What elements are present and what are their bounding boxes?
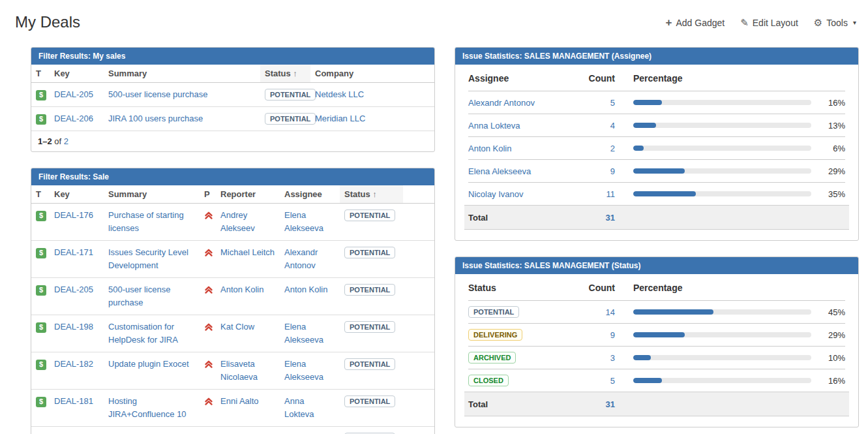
- column-header-summary[interactable]: Summary: [104, 185, 200, 204]
- reporter-cell: Abdulali: [216, 427, 280, 434]
- stats-row-count[interactable]: 9: [579, 166, 615, 176]
- issue-key-link[interactable]: DEAL-182: [54, 359, 93, 369]
- stats-percentage-area: 29%: [633, 166, 845, 176]
- deal-type-icon: $: [36, 90, 46, 101]
- stats-row-count[interactable]: 5: [579, 376, 615, 386]
- status-cell: POTENTIAL: [340, 427, 403, 434]
- reporter-link[interactable]: Andrey Alekseev: [220, 210, 255, 233]
- stats-label-link[interactable]: Anna Lokteva: [468, 121, 520, 131]
- type-cell: $: [31, 107, 50, 131]
- stats-label-link[interactable]: Alexandr Antonov: [468, 98, 535, 108]
- chevron-down-icon: ▾: [853, 19, 856, 26]
- stats-label-link[interactable]: Nicolay Ivanov: [468, 189, 524, 199]
- issue-key-link[interactable]: DEAL-205: [54, 285, 93, 294]
- issue-summary-link[interactable]: 500-user license purchase: [108, 285, 170, 307]
- gadget-filter-my-sales: Filter Results: My sales T Key Summary S…: [31, 47, 435, 152]
- assignee-link[interactable]: Anton Kolin: [284, 285, 328, 294]
- stats-row-count[interactable]: 3: [579, 353, 615, 363]
- stats-row-count[interactable]: 11: [579, 189, 615, 199]
- stats-row-label: DELIVERING: [468, 329, 579, 341]
- edit-layout-button[interactable]: ✎ Edit Layout: [740, 18, 798, 28]
- assignee-link[interactable]: Alexandr Antonov: [284, 247, 318, 270]
- issue-key-link[interactable]: DEAL-198: [54, 322, 93, 332]
- issue-summary-link[interactable]: Issues Security Level Development: [108, 247, 188, 270]
- tools-menu-button[interactable]: ⚙ Tools ▾: [814, 18, 856, 28]
- column-header-key[interactable]: Key: [50, 185, 104, 204]
- type-cell: $: [31, 427, 50, 434]
- assignee-link[interactable]: Elena Alekseeva: [284, 359, 323, 382]
- pagination: 1–2 of 2: [31, 131, 434, 151]
- stats-row-count[interactable]: 9: [579, 330, 615, 340]
- issue-summary-link[interactable]: Customisation for HelpDesk for JIRA: [108, 322, 178, 345]
- stats-row-count[interactable]: 4: [579, 121, 615, 131]
- assignee-link[interactable]: Elena Alekseeva: [284, 322, 323, 345]
- priority-cell: [200, 390, 216, 427]
- type-cell: $: [31, 352, 50, 390]
- gadget-title[interactable]: Issue Statistics: SALES MANAGEMENT (Stat…: [455, 257, 858, 274]
- reporter-link[interactable]: Elisaveta Nicolaeva: [220, 359, 258, 382]
- column-header-reporter[interactable]: Reporter: [216, 185, 280, 204]
- spacer-cell: [403, 278, 434, 315]
- issue-summary-link[interactable]: 500-user license purchase: [108, 89, 207, 99]
- total-label: Total: [468, 399, 579, 409]
- column-header-type[interactable]: T: [31, 65, 50, 83]
- assignee-cell: Elena Alekseeva: [280, 352, 340, 390]
- total-count: 31: [579, 213, 615, 223]
- company-link[interactable]: Meridian LLC: [315, 114, 365, 123]
- stats-percentage-area: 45%: [633, 307, 845, 317]
- reporter-link[interactable]: Anton Kolin: [220, 285, 264, 294]
- stats-label-link[interactable]: Elena Alekseeva: [468, 166, 531, 176]
- assignee-link[interactable]: Elena Alekseeva: [284, 210, 323, 233]
- stats-label-link[interactable]: Anton Kolin: [468, 144, 512, 153]
- percentage-bar-track: [633, 191, 811, 196]
- company-link[interactable]: Netdesk LLC: [315, 89, 364, 99]
- gadget-title[interactable]: Filter Results: My sales: [31, 48, 434, 65]
- column-header-type[interactable]: T: [31, 185, 50, 204]
- issue-key-link[interactable]: DEAL-181: [54, 396, 93, 406]
- column-header-status-sorted[interactable]: Status ↑: [260, 65, 310, 83]
- issue-summary-link[interactable]: JIRA 100 users purchase: [108, 114, 203, 123]
- pagination-total-link[interactable]: 2: [64, 136, 68, 146]
- summary-cell: Update plugin Exocet: [104, 352, 200, 390]
- issue-key-link[interactable]: DEAL-176: [54, 210, 93, 220]
- stats-row-count[interactable]: 14: [579, 307, 615, 317]
- status-cell: POTENTIAL: [340, 315, 403, 352]
- percentage-bar-fill: [633, 309, 713, 315]
- stats-column-label: Status: [468, 283, 579, 293]
- status-lozenge: POTENTIAL: [344, 395, 395, 407]
- column-header-company[interactable]: Company: [310, 65, 434, 83]
- reporter-link[interactable]: Enni Aalto: [220, 396, 259, 406]
- issue-key-link[interactable]: DEAL-206: [54, 114, 93, 123]
- issue-summary-link[interactable]: Update plugin Exocet: [108, 359, 189, 369]
- gadget-title[interactable]: Issue Statistics: SALES MANAGEMENT (Assi…: [455, 48, 858, 65]
- percentage-bar-track: [633, 168, 811, 174]
- reporter-link[interactable]: Michael Leitch: [220, 247, 275, 257]
- tools-label: Tools: [826, 18, 848, 28]
- status-cell: POTENTIAL: [340, 352, 403, 390]
- pagination-of-label: of: [54, 136, 61, 146]
- reporter-cell: Kat Clow: [216, 315, 280, 352]
- issue-summary-link[interactable]: Purchase of starting licenses: [108, 210, 184, 233]
- assignee-cell: Elena Alekseeva: [280, 204, 340, 241]
- column-header-priority[interactable]: P: [200, 185, 216, 204]
- issue-summary-link[interactable]: Hosting JIRA+Confluence 10: [108, 396, 187, 419]
- issue-key-link[interactable]: DEAL-171: [54, 247, 93, 257]
- stats-column-percentage: Percentage: [633, 73, 845, 84]
- add-gadget-button[interactable]: + Add Gadget: [666, 17, 725, 28]
- column-header-summary[interactable]: Summary: [104, 65, 260, 83]
- assignee-link[interactable]: Anna Lokteva: [284, 396, 314, 419]
- reporter-link[interactable]: Kat Clow: [220, 322, 254, 332]
- gadget-title[interactable]: Filter Results: Sale: [31, 168, 434, 185]
- column-header-key[interactable]: Key: [50, 65, 104, 83]
- issue-key-link[interactable]: DEAL-205: [54, 89, 93, 99]
- column-header-assignee[interactable]: Assignee: [280, 185, 340, 204]
- stats-row-count[interactable]: 5: [579, 98, 615, 108]
- status-lozenge: CLOSED: [468, 375, 509, 386]
- deal-type-icon: $: [36, 248, 46, 258]
- stats-row: POTENTIAL 14 45%: [468, 300, 845, 323]
- edit-layout-label: Edit Layout: [753, 18, 798, 28]
- column-header-status-sorted[interactable]: Status ↑: [340, 185, 403, 204]
- status-lozenge: POTENTIAL: [344, 209, 395, 221]
- stats-row-count[interactable]: 2: [579, 144, 615, 153]
- gadget-stats-assignee: Issue Statistics: SALES MANAGEMENT (Assi…: [455, 47, 859, 241]
